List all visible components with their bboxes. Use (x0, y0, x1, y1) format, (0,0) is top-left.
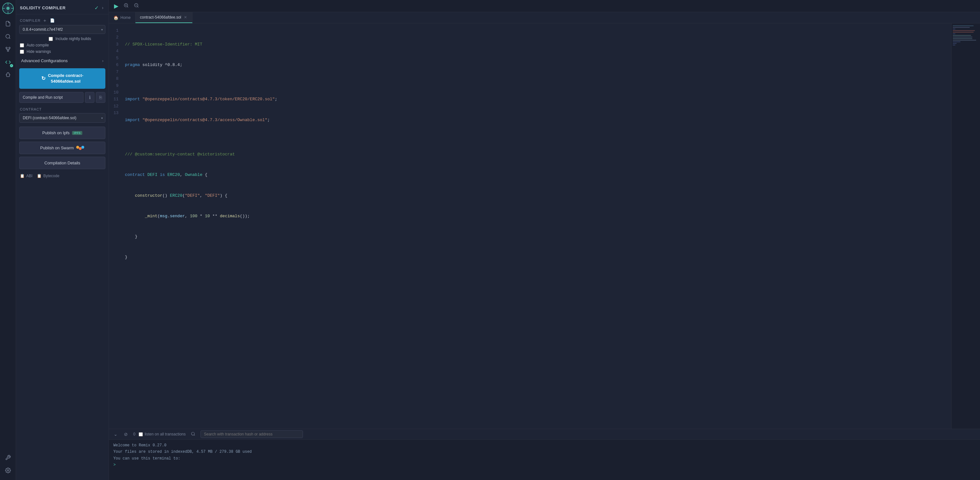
terminal-welcome: Welcome to Remix 0.27.0 (113, 442, 975, 449)
sidebar-expand-btn[interactable]: › (100, 5, 105, 11)
advanced-config-label: Advanced Configurations (21, 58, 68, 63)
publish-swarm-btn[interactable]: Publish on Swarm (19, 142, 105, 154)
listen-label: listen on all transactions (145, 432, 186, 437)
editor-body: 12345 678910 111213 // SPDX-License-Iden… (109, 23, 980, 429)
tab-home-label: Home (121, 15, 130, 20)
contract-select[interactable]: DEFI (contract-54066afdee.sol) (19, 113, 105, 123)
code-content: // SPDX-License-Identifier: MIT pragma s… (121, 23, 951, 429)
bytecode-label: Bytecode (43, 174, 59, 178)
compiler-version-wrapper: 0.8.4+commit.c7e474f20.8.3+commit.8d0010… (19, 25, 105, 34)
nightly-builds-checkbox[interactable] (49, 37, 53, 41)
abi-copy-icon: 📋 (20, 174, 25, 178)
svg-line-19 (137, 6, 138, 7)
main-area: ▶ 🏠 Home contract-54066afdee.sol ✕ (109, 0, 980, 480)
zoom-out-btn[interactable] (132, 2, 141, 11)
app-logo (2, 3, 14, 14)
svg-point-9 (7, 50, 9, 52)
compiler-file-btn[interactable]: 📄 (49, 18, 56, 23)
search-activity-icon[interactable] (2, 31, 14, 42)
tab-close-btn[interactable]: ✕ (183, 15, 188, 20)
contract-label: CONTRACT (20, 107, 105, 111)
check-status-icon: ✓ (94, 5, 99, 11)
publish-swarm-label: Publish on Swarm (40, 145, 74, 150)
abi-bytecode-row: 📋 ABI 📋 Bytecode (19, 172, 105, 179)
publish-ipfs-label: Publish on Ipfs (42, 131, 70, 135)
compilation-details-label: Compilation Details (45, 161, 80, 165)
abi-link[interactable]: 📋 ABI (20, 174, 32, 178)
terminal-clear-btn[interactable]: ⊘ (123, 431, 129, 438)
sidebar-header-icons: ✓ › (94, 5, 105, 11)
settings-activity-icon[interactable] (2, 465, 14, 476)
terminal-usage: You can use this terminal to: (113, 455, 975, 462)
nightly-builds-label: Include nightly builds (56, 37, 91, 41)
sidebar-title: SOLIDITY COMPILER (20, 5, 66, 10)
compiler-label: COMPILER + 📄 (20, 18, 105, 23)
svg-line-22 (194, 434, 195, 435)
tab-home[interactable]: 🏠 Home (109, 12, 135, 23)
tab-file-label: contract-54066afdee.sol (140, 15, 181, 19)
svg-line-15 (127, 6, 128, 7)
terminal-prompt-symbol: > (113, 463, 116, 467)
hide-warnings-row: Hide warnings (20, 49, 105, 54)
deploy-activity-icon[interactable]: ✓ (2, 56, 14, 68)
compilation-details-btn[interactable]: Compilation Details (19, 157, 105, 169)
tx-search-btn[interactable] (189, 431, 197, 438)
git-activity-icon[interactable] (2, 43, 14, 55)
script-row: Compile and Run script ℹ ⎘ (19, 92, 105, 103)
auto-compile-row: Auto compile (20, 43, 105, 48)
svg-line-8 (9, 37, 10, 38)
editor-toolbar: ▶ (109, 0, 980, 12)
tx-count: 0 (133, 432, 135, 437)
hide-warnings-checkbox[interactable] (20, 49, 24, 54)
hide-warnings-label: Hide warnings (27, 49, 51, 54)
ipfs-badge: IPFS (72, 131, 82, 135)
svg-point-2 (6, 7, 10, 10)
zoom-in-btn[interactable] (122, 2, 130, 11)
run-btn[interactable]: ▶ (112, 1, 121, 11)
terminal-content: Welcome to Remix 0.27.0 Your files are s… (109, 440, 980, 480)
compile-btn[interactable]: ↻ Compile contract-54066afdee.sol (19, 68, 105, 89)
listen-checkbox[interactable] (139, 432, 143, 437)
home-icon: 🏠 (113, 15, 118, 20)
nightly-builds-row[interactable]: Include nightly builds (49, 37, 105, 41)
bottom-toolbar: ⌄ ⊘ 0 listen on all transactions (109, 429, 980, 440)
terminal-prompt: > (113, 462, 975, 468)
compile-script-btn[interactable]: Compile and Run script (19, 92, 84, 103)
abi-label: ABI (26, 174, 32, 178)
deploy-badge: ✓ (10, 64, 13, 67)
auto-compile-checkbox[interactable] (20, 43, 24, 48)
tab-file[interactable]: contract-54066afdee.sol ✕ (135, 12, 192, 23)
sidebar: SOLIDITY COMPILER ✓ › COMPILER + 📄 0.8.4… (16, 0, 109, 480)
editor-tabs: 🏠 Home contract-54066afdee.sol ✕ (109, 12, 980, 23)
publish-ipfs-btn[interactable]: Publish on Ipfs IPFS (19, 127, 105, 139)
files-icon[interactable] (2, 18, 14, 29)
debug-activity-icon[interactable] (2, 69, 14, 81)
bottom-panel: ⌄ ⊘ 0 listen on all transactions Welcome… (109, 429, 980, 480)
bytecode-link[interactable]: 📋 Bytecode (37, 174, 59, 178)
compile-refresh-icon: ↻ (41, 75, 46, 82)
tx-search-input[interactable] (200, 431, 303, 438)
compiler-add-btn[interactable]: + (43, 18, 48, 23)
auto-compile-label: Auto compile (27, 43, 49, 48)
minimap (951, 23, 980, 429)
svg-point-11 (9, 47, 10, 49)
plugin-activity-icon[interactable] (2, 452, 14, 463)
svg-point-7 (6, 34, 10, 38)
contract-section: CONTRACT DEFI (contract-54066afdee.sol) … (19, 107, 105, 123)
listen-row: listen on all transactions (139, 432, 186, 437)
compiler-version-select[interactable]: 0.8.4+commit.c7e474f20.8.3+commit.8d0010… (19, 25, 105, 34)
terminal-storage: Your files are stored in indexedDB, 4.57… (113, 449, 975, 455)
svg-point-10 (6, 47, 7, 49)
contract-select-wrapper: DEFI (contract-54066afdee.sol) ▾ (19, 113, 105, 123)
sidebar-header: SOLIDITY COMPILER ✓ › (16, 0, 108, 14)
code-editor[interactable]: 12345 678910 111213 // SPDX-License-Iden… (109, 23, 951, 429)
sidebar-content: COMPILER + 📄 0.8.4+commit.c7e474f20.8.3+… (16, 14, 108, 480)
minimap-content (951, 23, 980, 48)
line-numbers: 12345 678910 111213 (109, 23, 121, 429)
advanced-config-chevron: › (102, 59, 103, 63)
script-info-btn[interactable]: ℹ (85, 92, 94, 103)
advanced-config-row[interactable]: Advanced Configurations › (19, 56, 105, 66)
script-copy-btn[interactable]: ⎘ (96, 92, 105, 103)
svg-point-21 (191, 432, 194, 435)
terminal-expand-btn[interactable]: ⌄ (112, 431, 119, 438)
